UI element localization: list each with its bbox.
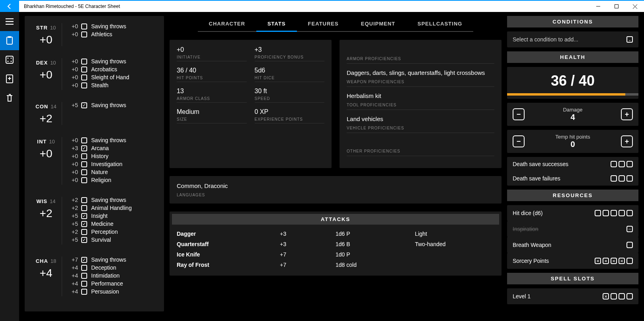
proficiency-checkbox[interactable] bbox=[81, 257, 87, 263]
attacks-card: ATTACKS Dagger+31d6 PLightQuarterstaff+3… bbox=[170, 211, 502, 276]
skill-row[interactable]: +2Perception bbox=[68, 229, 158, 235]
skill-row[interactable]: +0Stealth bbox=[68, 82, 158, 88]
skill-row[interactable]: +5Saving throws bbox=[68, 102, 158, 108]
proficiency-checkbox[interactable] bbox=[81, 273, 87, 279]
tab-equipment[interactable]: EQUIPMENT bbox=[350, 16, 406, 32]
skill-row[interactable]: +4Deception bbox=[68, 264, 158, 271]
attack-row[interactable]: Quarterstaff+31d6 BTwo-handed bbox=[174, 239, 497, 249]
proficiency-checkbox[interactable] bbox=[81, 82, 87, 88]
sheet-icon[interactable] bbox=[0, 31, 19, 50]
proficiency-checkbox[interactable] bbox=[81, 169, 87, 175]
attack-row[interactable]: Ray of Frost+71d8 cold bbox=[174, 260, 497, 270]
damage-value: 4 bbox=[563, 113, 582, 122]
temp-decrement[interactable]: − bbox=[513, 135, 525, 147]
prof-other: OTHER PROFICIENCIES bbox=[347, 139, 494, 156]
proficiency-checkbox[interactable] bbox=[81, 289, 87, 295]
death-save-success-boxes[interactable] bbox=[611, 161, 633, 167]
skill-row[interactable]: +0Religion bbox=[68, 177, 158, 183]
attack-row[interactable]: Ice Knife+71d0 P bbox=[174, 249, 497, 260]
proficiency-checkbox[interactable] bbox=[81, 102, 87, 108]
add-file-icon[interactable] bbox=[0, 69, 19, 88]
resource-row[interactable]: Hit dice (d6) bbox=[507, 205, 638, 221]
skill-row[interactable]: +0Investigation bbox=[68, 161, 158, 167]
svg-rect-4 bbox=[6, 56, 13, 63]
proficiency-checkbox[interactable] bbox=[81, 137, 87, 143]
tab-character[interactable]: CHARACTER bbox=[198, 16, 256, 32]
svg-point-6 bbox=[11, 58, 12, 59]
temp-value: 0 bbox=[555, 140, 590, 149]
minimize-button[interactable] bbox=[589, 1, 607, 12]
skill-row[interactable]: +5Medicine bbox=[68, 221, 158, 227]
ability-wis: WIS14+2+2Saving throws+2Animal Handling+… bbox=[30, 197, 158, 245]
resource-row[interactable]: Sorcery Points bbox=[507, 253, 638, 269]
skill-row[interactable]: +0Nature bbox=[68, 169, 158, 175]
svg-rect-3 bbox=[8, 36, 11, 38]
death-saves-card: Death save successes Death save failures bbox=[507, 157, 638, 186]
spell-slots-header: SPELL SLOTS bbox=[507, 273, 638, 284]
tab-spellcasting[interactable]: SPELLCASTING bbox=[406, 16, 473, 32]
stat-size: MediumSIZE bbox=[177, 108, 247, 123]
dice-icon[interactable] bbox=[0, 50, 19, 69]
skill-row[interactable]: +0Athletics bbox=[68, 31, 158, 37]
proficiency-checkbox[interactable] bbox=[81, 229, 87, 235]
skill-row[interactable]: +0Saving throws bbox=[68, 23, 158, 29]
skill-row[interactable]: +5Insight bbox=[68, 213, 158, 219]
trash-icon[interactable] bbox=[0, 88, 19, 108]
tab-stats[interactable]: STATS bbox=[256, 16, 297, 32]
damage-stepper: − Damage 4 + bbox=[507, 103, 638, 126]
close-button[interactable] bbox=[626, 1, 644, 12]
proficiency-checkbox[interactable] bbox=[81, 265, 87, 271]
back-button[interactable] bbox=[0, 1, 19, 12]
nav-iconbar bbox=[0, 12, 19, 321]
proficiency-checkbox[interactable] bbox=[81, 67, 87, 72]
condition-select[interactable]: Select a condition to add... ⌄ bbox=[507, 31, 638, 47]
proficiency-checkbox[interactable] bbox=[81, 237, 87, 243]
maximize-button[interactable] bbox=[607, 1, 626, 12]
resource-row[interactable]: Breath Weapon bbox=[507, 237, 638, 253]
proficiency-checkbox[interactable] bbox=[81, 59, 87, 65]
proficiency-checkbox[interactable] bbox=[81, 23, 87, 29]
skill-row[interactable]: +4Persuasion bbox=[68, 288, 158, 295]
resource-row[interactable]: Inspiration bbox=[507, 221, 638, 237]
damage-decrement[interactable]: − bbox=[513, 108, 525, 120]
proficiency-checkbox[interactable] bbox=[81, 74, 87, 80]
skill-row[interactable]: +3Arcana bbox=[68, 145, 158, 151]
proficiency-checkbox[interactable] bbox=[81, 197, 87, 203]
skill-row[interactable]: +0Saving throws bbox=[68, 137, 158, 143]
proficiency-checkbox[interactable] bbox=[81, 153, 87, 159]
proficiency-checkbox[interactable] bbox=[81, 31, 87, 37]
proficiency-checkbox[interactable] bbox=[81, 281, 87, 287]
death-save-fail-boxes[interactable] bbox=[611, 175, 633, 182]
skill-row[interactable]: +4Intimidation bbox=[68, 272, 158, 279]
titlebar: Bharkhan Rimetouched - 5E Character Shee… bbox=[0, 0, 644, 12]
conditions-header: CONDITIONS bbox=[507, 16, 638, 27]
skill-row[interactable]: +0History bbox=[68, 153, 158, 159]
proficiency-checkbox[interactable] bbox=[81, 213, 87, 219]
skill-row[interactable]: +2Saving throws bbox=[68, 197, 158, 203]
damage-increment[interactable]: + bbox=[621, 108, 633, 120]
hp-max: 40 bbox=[579, 72, 595, 89]
temp-increment[interactable]: + bbox=[621, 135, 633, 147]
skill-row[interactable]: +0Sleight of Hand bbox=[68, 74, 158, 80]
resource-row[interactable]: Level 1 bbox=[507, 288, 638, 304]
resources-header: RESOURCES bbox=[507, 190, 638, 201]
svg-rect-2 bbox=[7, 37, 12, 44]
skill-row[interactable]: +2Animal Handling bbox=[68, 205, 158, 211]
skill-row[interactable]: +5Survival bbox=[68, 237, 158, 243]
languages-card: Common, Draconic LANGUAGES bbox=[170, 176, 502, 204]
menu-icon[interactable] bbox=[0, 12, 19, 31]
skill-row[interactable]: +0Acrobatics bbox=[68, 66, 158, 72]
proficiency-checkbox[interactable] bbox=[81, 205, 87, 211]
tab-features[interactable]: FEATURES bbox=[297, 16, 350, 32]
skill-row[interactable]: +7Saving throws bbox=[68, 256, 158, 263]
stat-ac: 13ARMOR CLASS bbox=[177, 88, 247, 103]
proficiency-checkbox[interactable] bbox=[81, 161, 87, 167]
proficiency-checkbox[interactable] bbox=[81, 177, 87, 183]
attack-row[interactable]: Dagger+31d6 PLight bbox=[174, 229, 497, 239]
proficiency-checkbox[interactable] bbox=[81, 145, 87, 151]
skill-row[interactable]: +4Performance bbox=[68, 280, 158, 287]
proficiency-checkbox[interactable] bbox=[81, 221, 87, 227]
svg-rect-1 bbox=[615, 5, 619, 8]
skill-row[interactable]: +0Saving throws bbox=[68, 58, 158, 65]
languages-label: LANGUAGES bbox=[177, 193, 494, 197]
